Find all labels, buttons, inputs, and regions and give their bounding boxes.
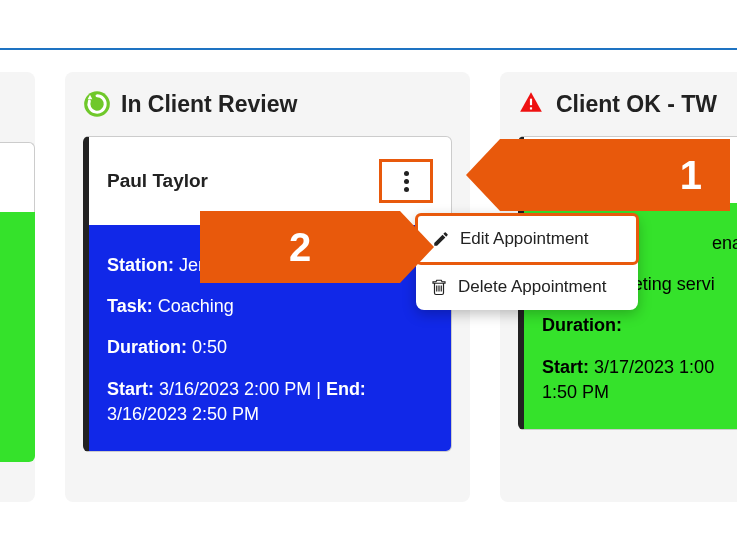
end-label: End:	[326, 379, 366, 399]
client-name: Paul Taylor	[107, 170, 208, 192]
appointment-card[interactable]: Paul Taylor Station: Jer Task: Coaching	[83, 136, 452, 452]
end-value: 3/16/2023 2:50 PM	[107, 404, 259, 424]
callout-step-1: 1	[500, 139, 730, 211]
column-in-client-review: In Client Review Paul Taylor Station: Je…	[65, 72, 470, 502]
duration-value: 0:50	[192, 337, 227, 357]
duration-label: Duration:	[542, 315, 622, 335]
time-divider: |	[316, 379, 321, 399]
card-context-menu: Edit Appointment Delete Appointment	[416, 214, 638, 310]
station-label: Station:	[107, 255, 174, 275]
column-header: In Client Review	[83, 90, 452, 118]
start-label: Start:	[107, 379, 154, 399]
callout-step-2: 2	[200, 211, 400, 283]
start-value: 3/16/2023 2:00 PM	[159, 379, 311, 399]
column-title: Client OK - TW	[556, 91, 717, 118]
menu-item-delete-appointment[interactable]: Delete Appointment	[416, 264, 638, 310]
menu-item-label: Edit Appointment	[460, 229, 589, 249]
menu-item-edit-appointment[interactable]: Edit Appointment	[415, 213, 639, 265]
menu-item-label: Delete Appointment	[458, 277, 606, 297]
warning-triangle-icon	[518, 90, 546, 118]
duration-label: Duration:	[107, 337, 187, 357]
reload-icon	[83, 90, 111, 118]
station-value: ena	[712, 233, 737, 253]
card-fragment-head	[0, 142, 35, 212]
start-value: 3/17/2023 1:00	[594, 357, 714, 377]
svg-rect-1	[530, 99, 532, 106]
callout-number: 2	[289, 225, 311, 270]
card-menu-button[interactable]	[379, 159, 433, 203]
header-divider	[0, 48, 737, 50]
card-fragment-body	[0, 212, 35, 462]
column-header: Client OK - TW	[518, 90, 737, 118]
column-cropped-left	[0, 72, 35, 502]
vertical-dots-icon	[404, 171, 409, 192]
task-label: Task:	[107, 296, 153, 316]
task-value: Coaching	[158, 296, 234, 316]
pencil-icon	[432, 230, 450, 248]
svg-rect-2	[530, 107, 532, 109]
column-title: In Client Review	[121, 91, 297, 118]
callout-number: 1	[680, 153, 702, 198]
start-label: Start:	[542, 357, 589, 377]
end-value: 1:50 PM	[542, 382, 609, 402]
